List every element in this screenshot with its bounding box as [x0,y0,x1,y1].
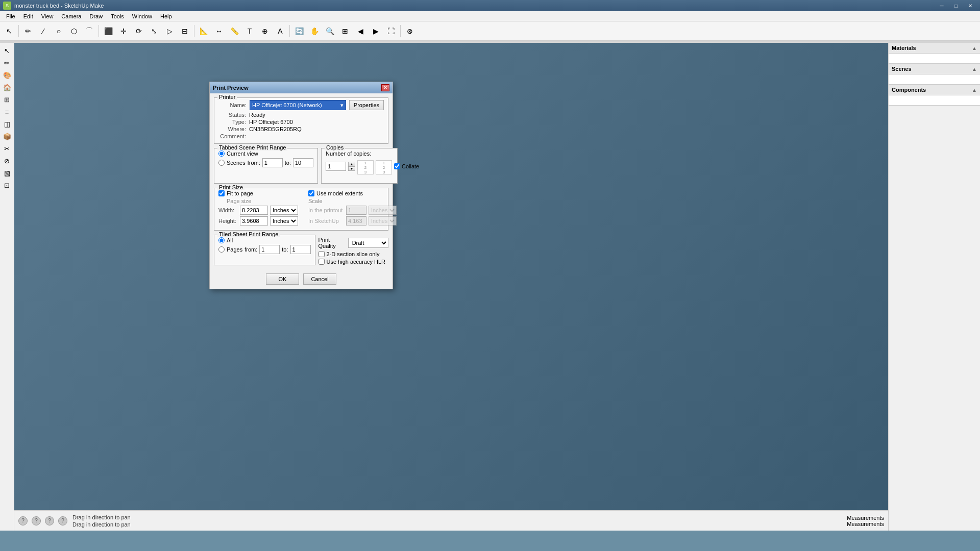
tool-prev-view[interactable]: ◀ [353,24,368,38]
tool-pan[interactable]: ✋ [307,24,322,38]
properties-button[interactable]: Properties [349,100,384,110]
pages-to-label: to: [282,246,288,253]
tool-zoom-window[interactable]: ⊞ [338,24,352,38]
left-tool-12[interactable]: ⊡ [2,180,13,191]
scenes-from-input[interactable] [262,158,283,167]
all-radio[interactable] [218,237,225,243]
tool-section[interactable]: ⊗ [403,24,417,38]
left-tool-11[interactable]: ▧ [2,167,13,179]
tool-arc[interactable]: ⌒ [82,24,96,38]
num-copies-label: Number of copies: [326,151,371,157]
tool-next-view[interactable]: ▶ [369,24,383,38]
ok-button[interactable]: OK [266,273,299,285]
tool-push-pull[interactable]: ⬛ [101,24,115,38]
menu-tools[interactable]: Tools [107,12,128,20]
menu-edit[interactable]: Edit [19,12,37,20]
minimize-button[interactable]: ─ [935,1,948,10]
menu-window[interactable]: Window [128,12,156,20]
toolbar-sep-3 [194,25,194,37]
scenes-radio[interactable] [218,160,225,166]
in-sketchup-unit[interactable]: Inches [369,216,397,226]
collate-checkbox[interactable] [394,163,400,169]
comment-label: Comment: [218,133,249,139]
in-sketchup-input[interactable] [346,216,366,226]
copies-input[interactable] [326,162,346,171]
left-tool-1[interactable]: ↖ [2,45,13,56]
current-view-radio[interactable] [218,151,225,157]
tool-zoom[interactable]: 🔍 [323,24,337,38]
toolbar-sep-1 [18,25,19,37]
scenes-to-input[interactable] [293,158,313,167]
left-tool-5[interactable]: ⊞ [2,94,13,105]
copies-spin-up[interactable]: ▲ [348,162,355,166]
tool-circle[interactable]: ○ [52,24,66,38]
tool-select[interactable]: ↖ [2,24,16,38]
left-tool-9[interactable]: ✂ [2,143,13,154]
tool-zoom-extents[interactable]: ⛶ [384,24,398,38]
printer-dropdown[interactable]: HP Officejet 6700 (Network) ▾ [250,100,346,110]
close-button[interactable]: ✕ [964,1,977,10]
tool-axes[interactable]: ⊕ [258,24,272,38]
print-size-section: Print Size Fit to page Page size Width: [214,188,388,231]
viewport-canvas[interactable] [14,43,888,531]
menu-file[interactable]: File [2,12,19,20]
tool-3d-text[interactable]: A [273,24,287,38]
tool-text[interactable]: T [242,24,257,38]
cancel-button[interactable]: Cancel [303,273,336,285]
in-printout-input[interactable] [346,206,366,215]
tool-dimension[interactable]: ↔ [212,24,226,38]
menu-view[interactable]: View [37,12,58,20]
left-tool-8[interactable]: 📦 [2,131,13,142]
tool-rotate[interactable]: ⟳ [132,24,146,38]
left-tool-2[interactable]: ✏ [2,57,13,68]
tool-scale[interactable]: ⤡ [147,24,161,38]
2d-section-label: 2-D section slice only [327,251,380,257]
in-printout-unit[interactable]: Inches [369,206,397,215]
high-accuracy-checkbox[interactable] [318,259,325,265]
copies-spin-down[interactable]: ▼ [348,166,355,171]
left-tool-4[interactable]: 🏠 [2,82,13,93]
menu-camera[interactable]: Camera [57,12,85,20]
tool-follow-me[interactable]: ▷ [162,24,177,38]
use-model-extents-checkbox[interactable] [308,190,314,196]
maximize-button[interactable]: □ [949,1,963,10]
tool-line[interactable]: ⁄ [36,24,51,38]
tool-tape[interactable]: 📐 [197,24,211,38]
width-input[interactable] [240,206,268,215]
height-unit-select[interactable]: Inches cm mm [270,216,298,226]
left-tool-7[interactable]: ◫ [2,118,13,130]
printer-section: Printer Name: HP Officejet 6700 (Network… [214,97,388,144]
pages-to-input[interactable] [290,245,311,254]
pages-from-input[interactable] [259,245,280,254]
2d-section-checkbox[interactable] [318,251,325,257]
left-tool-3[interactable]: 🎨 [2,69,13,81]
to-label: to: [285,160,291,166]
fit-to-page-checkbox[interactable] [218,190,225,196]
quality-select[interactable]: Draft Standard High [348,238,388,248]
scenes-panel-header[interactable]: Scenes ▲ [889,64,980,74]
materials-expand-icon: ▲ [972,45,977,51]
tool-move[interactable]: ✛ [116,24,131,38]
tool-orbit[interactable]: 🔄 [292,24,306,38]
tool-protractor[interactable]: 📏 [227,24,241,38]
left-tool-6[interactable]: ≡ [2,106,13,117]
tool-pencil[interactable]: ✏ [21,24,35,38]
height-input[interactable] [240,216,268,226]
pages-radio[interactable] [218,246,225,253]
in-printout-row: In the printout Inches [308,206,397,215]
printer-name-value: HP Officejet 6700 (Network) [252,102,322,108]
menu-draw[interactable]: Draw [85,12,107,20]
title-bar: S monster truck bed - SketchUp Make ─ □ … [0,0,980,11]
dialog-close-button[interactable]: ✕ [381,84,389,91]
height-row: Height: Inches cm mm [218,216,298,226]
left-toolbar: ↖ ✏ 🎨 🏠 ⊞ ≡ ◫ 📦 ✂ ⊘ ▧ ⊡ [0,43,14,531]
components-panel-header[interactable]: Components ▲ [889,85,980,95]
copies-spinner[interactable]: ▲ ▼ [348,162,355,171]
menu-help[interactable]: Help [156,12,176,20]
tool-polygon[interactable]: ⬡ [67,24,81,38]
materials-panel-header[interactable]: Materials ▲ [889,43,980,54]
measurements-label: Measurements [847,515,884,521]
left-tool-10[interactable]: ⊘ [2,155,13,166]
tool-offset[interactable]: ⊟ [178,24,192,38]
width-unit-select[interactable]: Inches cm mm [270,206,298,215]
